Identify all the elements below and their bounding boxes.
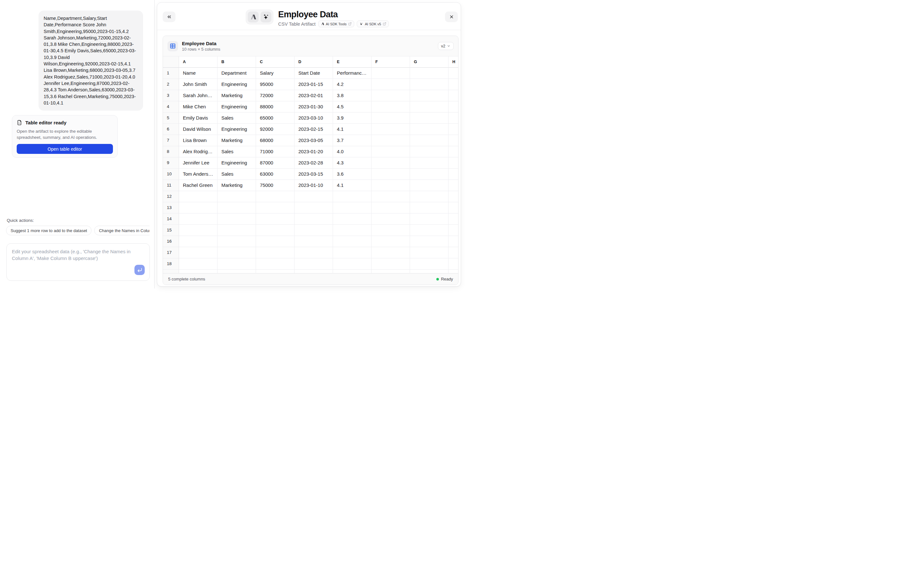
grid-cell-F14[interactable] xyxy=(372,213,410,225)
version-select[interactable]: v2 xyxy=(438,42,454,50)
grid-cell-D1[interactable]: Start Date xyxy=(294,68,333,79)
grid-cell-B9[interactable]: Engineering xyxy=(218,157,256,169)
grid-cell-H1[interactable] xyxy=(449,68,458,79)
grid-cell-H12[interactable] xyxy=(449,191,458,202)
grid-cell-G10[interactable] xyxy=(410,169,449,180)
grid-cell-E1[interactable]: Performance Score xyxy=(333,68,372,79)
grid-cell-D19[interactable] xyxy=(294,269,333,273)
grid-cell-A19[interactable] xyxy=(179,269,218,273)
grid-cell-H13[interactable] xyxy=(449,202,458,213)
collapse-panel-button[interactable] xyxy=(163,11,176,22)
grid-cell-G3[interactable] xyxy=(410,90,449,101)
grid-cell-A3[interactable]: Sarah Johnson xyxy=(179,90,218,101)
grid-cell-C11[interactable]: 75000 xyxy=(256,180,294,191)
grid-cell-H5[interactable] xyxy=(449,113,458,124)
row-number[interactable]: 13 xyxy=(163,202,179,213)
grid-cell-D12[interactable] xyxy=(294,191,333,202)
grid-cell-B11[interactable]: Marketing xyxy=(218,180,256,191)
grid-cell-C6[interactable]: 92000 xyxy=(256,124,294,135)
grid-cell-C14[interactable] xyxy=(256,213,294,225)
grid-cell-F11[interactable] xyxy=(372,180,410,191)
grid-cell-D3[interactable]: 2023-02-01 xyxy=(294,90,333,101)
grid-cell-F12[interactable] xyxy=(372,191,410,202)
grid-cell-H9[interactable] xyxy=(449,157,458,169)
column-header-F[interactable]: F xyxy=(372,56,410,68)
grid-cell-E18[interactable] xyxy=(333,258,372,269)
grid-cell-F3[interactable] xyxy=(372,90,410,101)
grid-cell-C12[interactable] xyxy=(256,191,294,202)
row-number[interactable]: 9 xyxy=(163,157,179,169)
grid-cell-G6[interactable] xyxy=(410,124,449,135)
grid-cell-H19[interactable] xyxy=(449,269,458,273)
grid-cell-B15[interactable] xyxy=(218,225,256,236)
grid-cell-A16[interactable] xyxy=(179,236,218,247)
send-button[interactable] xyxy=(134,265,145,275)
column-header-H[interactable]: H xyxy=(449,56,458,68)
grid-cell-H17[interactable] xyxy=(449,247,458,258)
row-number[interactable]: 11 xyxy=(163,180,179,191)
grid-cell-D17[interactable] xyxy=(294,247,333,258)
grid-cell-C7[interactable]: 68000 xyxy=(256,135,294,146)
grid-cell-F16[interactable] xyxy=(372,236,410,247)
row-number[interactable]: 17 xyxy=(163,247,179,258)
grid-cell-B18[interactable] xyxy=(218,258,256,269)
corner-cell[interactable] xyxy=(163,56,179,68)
grid-cell-D9[interactable]: 2023-02-28 xyxy=(294,157,333,169)
grid-cell-D5[interactable]: 2023-03-10 xyxy=(294,113,333,124)
grid-cell-A18[interactable] xyxy=(179,258,218,269)
grid-cell-C16[interactable] xyxy=(256,236,294,247)
grid-cell-C18[interactable] xyxy=(256,258,294,269)
grid-cell-C2[interactable]: 95000 xyxy=(256,79,294,90)
grid-cell-G5[interactable] xyxy=(410,113,449,124)
grid-cell-C13[interactable] xyxy=(256,202,294,213)
grid-cell-E17[interactable] xyxy=(333,247,372,258)
grid-cell-H14[interactable] xyxy=(449,213,458,225)
grid-cell-E9[interactable]: 4.3 xyxy=(333,157,372,169)
grid-cell-F5[interactable] xyxy=(372,113,410,124)
grid-cell-C17[interactable] xyxy=(256,247,294,258)
grid-cell-E16[interactable] xyxy=(333,236,372,247)
grid-cell-B8[interactable]: Sales xyxy=(218,146,256,157)
grid-cell-H2[interactable] xyxy=(449,79,458,90)
column-header-A[interactable]: A xyxy=(179,56,218,68)
grid-cell-B14[interactable] xyxy=(218,213,256,225)
grid-cell-H4[interactable] xyxy=(449,101,458,113)
grid-cell-C15[interactable] xyxy=(256,225,294,236)
grid-cell-E12[interactable] xyxy=(333,191,372,202)
grid-cell-F13[interactable] xyxy=(372,202,410,213)
grid-cell-F10[interactable] xyxy=(372,169,410,180)
row-number[interactable]: 3 xyxy=(163,90,179,101)
grid-cell-G14[interactable] xyxy=(410,213,449,225)
grid-cell-F18[interactable] xyxy=(372,258,410,269)
badge-ai-sdk-tools[interactable]: AI SDK Tools xyxy=(318,21,355,27)
grid-cell-D2[interactable]: 2023-01-15 xyxy=(294,79,333,90)
grid-cell-B10[interactable]: Sales xyxy=(218,169,256,180)
grid-cell-F7[interactable] xyxy=(372,135,410,146)
row-number[interactable]: 7 xyxy=(163,135,179,146)
column-header-D[interactable]: D xyxy=(294,56,333,68)
grid-cell-B5[interactable]: Sales xyxy=(218,113,256,124)
grid-cell-F2[interactable] xyxy=(372,79,410,90)
grid-cell-D13[interactable] xyxy=(294,202,333,213)
composer-input[interactable] xyxy=(7,243,150,280)
grid-cell-H15[interactable] xyxy=(449,225,458,236)
row-number[interactable]: 19 xyxy=(163,269,179,273)
grid-cell-G7[interactable] xyxy=(410,135,449,146)
row-number[interactable]: 2 xyxy=(163,79,179,90)
grid-cell-G16[interactable] xyxy=(410,236,449,247)
grid-cell-B16[interactable] xyxy=(218,236,256,247)
grid-cell-B19[interactable] xyxy=(218,269,256,273)
grid-cell-H8[interactable] xyxy=(449,146,458,157)
grid-cell-A2[interactable]: John Smith xyxy=(179,79,218,90)
grid-cell-D18[interactable] xyxy=(294,258,333,269)
grid-cell-H6[interactable] xyxy=(449,124,458,135)
grid-cell-C19[interactable] xyxy=(256,269,294,273)
row-number[interactable]: 6 xyxy=(163,124,179,135)
row-number[interactable]: 14 xyxy=(163,213,179,225)
grid-cell-B3[interactable]: Marketing xyxy=(218,90,256,101)
grid-cell-A6[interactable]: David Wilson xyxy=(179,124,218,135)
grid-cell-G12[interactable] xyxy=(410,191,449,202)
row-number[interactable]: 16 xyxy=(163,236,179,247)
grid-cell-B17[interactable] xyxy=(218,247,256,258)
grid-cell-G17[interactable] xyxy=(410,247,449,258)
